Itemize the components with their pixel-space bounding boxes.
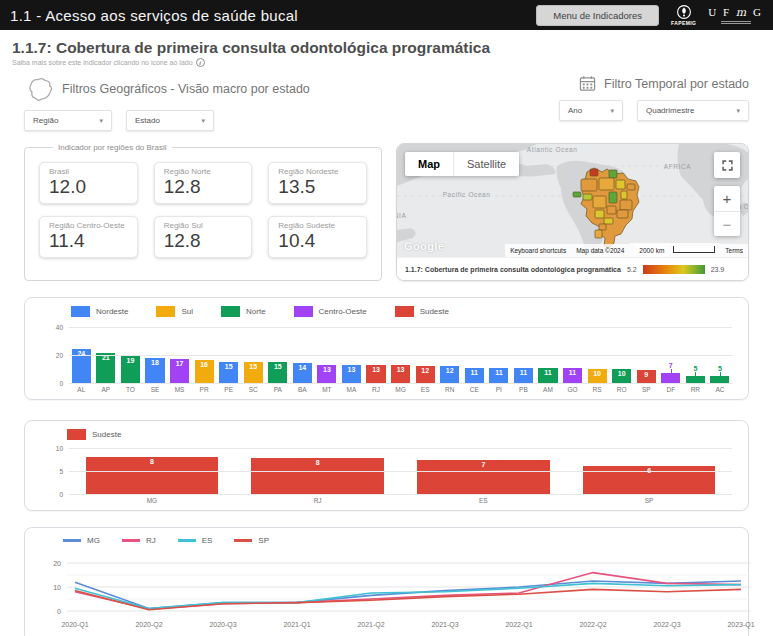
bar-es[interactable]: 7 [417, 460, 550, 494]
legend-swatch-icon [294, 306, 313, 317]
satellite-button[interactable]: Satellite [453, 152, 519, 176]
bar-mt[interactable]: 13 [317, 365, 336, 383]
bar-pa[interactable]: 15 [268, 362, 287, 383]
card-value: 12.8 [164, 230, 243, 252]
bar-column: 8 [235, 444, 401, 494]
google-logo[interactable]: Google [404, 240, 444, 252]
bar-ms[interactable]: 17 [170, 359, 189, 383]
x-axis-label: 2021-Q3 [431, 621, 458, 629]
bar-to[interactable]: 19 [121, 356, 140, 383]
zoom-in-button[interactable]: + [714, 186, 740, 211]
bar-value-label: 7 [661, 362, 680, 369]
estado-dropdown-label: Estado [135, 116, 160, 125]
x-axis-label: 2020-Q3 [209, 621, 236, 629]
bar-sc[interactable]: 15 [244, 362, 263, 383]
x-axis-label-pe: PE [216, 386, 241, 393]
bar-pi[interactable]: 11 [489, 368, 508, 384]
card-value: 12.0 [49, 176, 128, 198]
bar-rr[interactable]: 5 [686, 376, 705, 383]
gridline [69, 355, 732, 356]
bar-pr[interactable]: 16 [195, 360, 214, 383]
bar-df[interactable]: 7 [661, 373, 680, 383]
x-axis-label: 2021-Q2 [357, 621, 384, 629]
states-chart-xaxis: ALAPTOSEMSPRPESCPABAMTMARJMGESRNCEPIPBAM… [69, 386, 732, 393]
legend-item-sp: SP [234, 536, 269, 545]
sudeste-chart-plot: 8876 1050 [69, 444, 732, 494]
bar-ap[interactable]: 21 [96, 353, 115, 383]
map-button[interactable]: Map [405, 152, 453, 176]
bar-pe[interactable]: 15 [219, 362, 238, 383]
x-axis-label: 2022-Q2 [579, 621, 606, 629]
legend-swatch-icon [221, 306, 240, 317]
x-axis-label-al: AL [69, 386, 94, 393]
quadrimestre-dropdown[interactable]: Quadrimestre ▾ [637, 100, 749, 121]
bar-es[interactable]: 12 [416, 366, 435, 383]
bar-column: 11 [560, 321, 585, 383]
bar-column: 21 [94, 321, 119, 383]
google-map[interactable]: Atlantic Ocean AFRICA Pacific Ocean Indi… [397, 144, 748, 257]
card-label: Brasil [49, 167, 128, 176]
bar-value-label: 11 [563, 369, 582, 376]
bar-rj[interactable]: 8 [251, 458, 384, 494]
legend-item-nordeste: Nordeste [71, 306, 128, 317]
bar-value-label: 8 [86, 458, 219, 465]
legend-label: Sudeste [420, 307, 449, 316]
bar-column: 19 [118, 321, 143, 383]
bar-value-label: 8 [251, 459, 384, 466]
bar-rs[interactable]: 10 [588, 369, 607, 383]
app-title: 1.1 - Acesso aos serviços de saúde bucal [10, 7, 524, 24]
bar-pb[interactable]: 11 [514, 368, 533, 384]
bar-column: 5 [708, 321, 733, 383]
estado-dropdown[interactable]: Estado ▾ [126, 110, 214, 131]
gridline [69, 327, 732, 328]
bar-ac[interactable]: 5 [710, 376, 729, 383]
x-axis-label-ba: BA [290, 386, 315, 393]
bar-value-label: 10 [588, 370, 607, 377]
bar-rn[interactable]: 12 [440, 366, 459, 383]
bar-ce[interactable]: 11 [465, 368, 484, 384]
x-axis-label-ro: RO [609, 386, 634, 393]
main-row: Indicador por regiões do Brasil Brasil12… [24, 143, 749, 281]
info-icon[interactable]: i [196, 58, 205, 67]
x-axis-label-ma: MA [339, 386, 364, 393]
bar-go[interactable]: 11 [563, 368, 582, 384]
chevron-down-icon: ▾ [736, 107, 740, 115]
bar-se[interactable]: 18 [145, 358, 164, 383]
legend-item-rj: RJ [122, 536, 156, 545]
terms-link[interactable]: Terms [720, 244, 748, 257]
bar-am[interactable]: 11 [538, 368, 557, 384]
bar-value-label: 13 [317, 366, 336, 373]
x-axis-label: 2023-Q1 [727, 621, 754, 629]
bar-value-label: 24 [72, 350, 91, 357]
bar-sp[interactable]: 9 [637, 370, 656, 383]
card-label: Região Centro-Oeste [49, 221, 128, 230]
line-chart-plot[interactable]: 010202020-Q12020-Q22020-Q32021-Q12021-Q2… [37, 549, 759, 633]
regiao-dropdown[interactable]: Região ▾ [24, 110, 112, 131]
card-value: 13.5 [278, 176, 357, 198]
ano-dropdown[interactable]: Ano ▾ [559, 100, 623, 121]
bar-ma[interactable]: 13 [342, 365, 361, 383]
map-scale: 2000 km [629, 243, 720, 257]
bar-mg[interactable]: 13 [391, 365, 410, 383]
bar-mg[interactable]: 8 [86, 457, 219, 494]
menu-indicadores-button[interactable]: Menu de Indicadores [536, 5, 659, 26]
bar-column: 15 [216, 321, 241, 383]
x-axis-label-to: TO [118, 386, 143, 393]
bar-ro[interactable]: 10 [612, 369, 631, 383]
fullscreen-button[interactable] [714, 152, 740, 178]
bar-ba[interactable]: 14 [293, 363, 312, 383]
bar-rj[interactable]: 13 [366, 365, 385, 383]
bar-value-label: 7 [417, 461, 550, 468]
sudeste-bar-chart-panel: Sudeste 8876 1050 MGRJESSP [24, 420, 749, 511]
ufmg-logo: U F m G [708, 7, 763, 24]
y-axis-tick: 10 [56, 444, 63, 451]
keyboard-shortcuts-link[interactable]: Keyboard shortcuts [505, 244, 571, 257]
x-axis-label: 2020-Q1 [61, 621, 88, 629]
bar-value-label: 9 [637, 371, 656, 378]
bar-column: 13 [339, 321, 364, 383]
temporal-filters: Filtro Temporal por estado Ano ▾ Quadrim… [559, 75, 749, 131]
zoom-out-button[interactable]: − [714, 211, 740, 236]
atlantic-ocean-label: Atlantic Ocean [527, 146, 578, 153]
dashboard: 1.1 - Acesso aos serviços de saúde bucal… [0, 0, 773, 636]
bar-column: 11 [511, 321, 536, 383]
